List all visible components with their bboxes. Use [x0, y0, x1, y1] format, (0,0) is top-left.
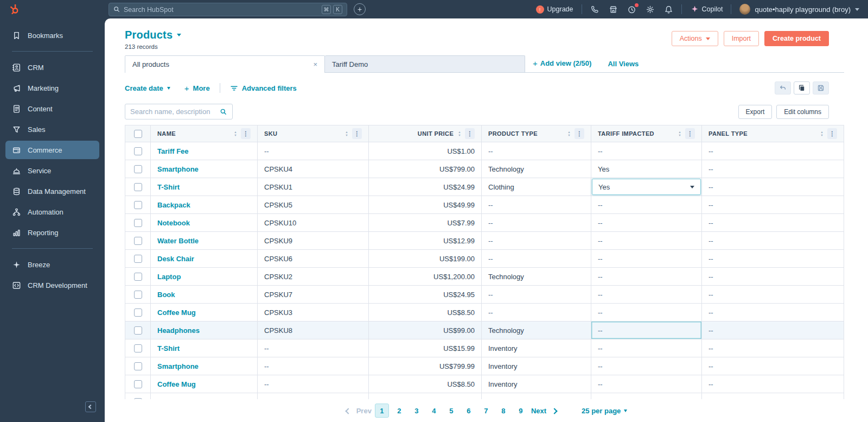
prev-button[interactable]: Prev [356, 404, 372, 418]
hubspot-logo-icon[interactable] [9, 3, 21, 15]
close-icon[interactable]: × [313, 60, 317, 68]
save-view-button[interactable] [813, 81, 829, 95]
column-header-sku[interactable]: SKU▲▼⋮ [258, 125, 369, 142]
sidebar-item-automation[interactable]: Automation [5, 203, 99, 221]
sidebar-item-reporting[interactable]: Reporting [5, 223, 99, 242]
row-checkbox[interactable] [134, 147, 142, 155]
page-3-button[interactable]: 3 [410, 404, 424, 418]
product-name-link[interactable]: Smartphone [157, 362, 199, 370]
row-checkbox[interactable] [134, 380, 142, 388]
page-7-button[interactable]: 7 [479, 404, 493, 418]
row-checkbox[interactable] [134, 362, 142, 370]
view-tab-tariff-demo[interactable]: Tariff Demo [325, 55, 525, 72]
add-view-button[interactable]: + Add view (2/50) [533, 59, 591, 68]
tariff-impacted-dropdown[interactable]: Yes [592, 179, 701, 195]
sidebar-item-commerce[interactable]: Commerce [5, 141, 99, 159]
sidebar-item-crm-development[interactable]: CRM Development [5, 276, 99, 294]
notifications-icon[interactable] [664, 5, 673, 14]
row-checkbox[interactable] [134, 201, 142, 209]
global-search-input[interactable] [124, 6, 320, 14]
title-chevron-down-icon[interactable] [177, 34, 181, 36]
row-checkbox[interactable] [134, 344, 142, 352]
help-icon[interactable] [627, 5, 636, 14]
sidebar-item-crm[interactable]: CRM [5, 58, 99, 77]
page-4-button[interactable]: 4 [427, 404, 441, 418]
product-name-link[interactable]: Book [157, 291, 175, 299]
account-menu[interactable]: quote•hapily playground (broy) [739, 4, 859, 15]
sidebar-item-breeze[interactable]: Breeze [5, 255, 99, 274]
product-name-link[interactable]: Coffee Mug [157, 380, 196, 388]
product-name-link[interactable]: Laptop [157, 273, 181, 281]
settings-icon[interactable] [646, 5, 655, 14]
advanced-filters-button[interactable]: Advanced filters [230, 84, 297, 92]
page-5-button[interactable]: 5 [444, 404, 458, 418]
marketplace-icon[interactable] [609, 5, 618, 14]
row-checkbox[interactable] [134, 219, 142, 227]
view-tab-all-products[interactable]: All products× [125, 55, 325, 73]
global-search-bar[interactable]: ⌘ K [108, 3, 347, 16]
select-all-checkbox[interactable] [134, 130, 142, 138]
table-search-input[interactable] [130, 108, 220, 116]
row-checkbox[interactable] [134, 308, 142, 317]
row-checkbox[interactable] [134, 183, 142, 191]
create-product-button[interactable]: Create product [764, 31, 829, 46]
row-checkbox[interactable] [134, 398, 142, 400]
column-header-product-type[interactable]: PRODUCT TYPE▲▼⋮ [482, 125, 591, 142]
page-1-button[interactable]: 1 [375, 404, 389, 418]
product-name-link[interactable]: Water Bottle [157, 237, 199, 245]
sidebar-item-marketing[interactable]: Marketing [5, 79, 99, 97]
column-header-unit-price[interactable]: UNIT PRICE▲▼⋮ [369, 125, 482, 142]
phone-icon[interactable] [590, 5, 599, 14]
row-checkbox[interactable] [134, 326, 142, 335]
row-checkbox[interactable] [134, 291, 142, 299]
product-name-link[interactable]: Coffee Mug [157, 308, 196, 317]
sort-icon[interactable]: ▲▼ [458, 131, 461, 137]
edit-columns-button[interactable]: Edit columns [776, 105, 829, 119]
column-menu-button[interactable]: ⋮ [241, 128, 251, 139]
product-name-link[interactable]: Desk Chair [157, 255, 194, 263]
next-chevron-icon[interactable] [552, 407, 557, 415]
product-name-link[interactable]: Backpack [157, 398, 190, 400]
sidebar-item-content[interactable]: Content [5, 99, 99, 118]
column-header-panel-type[interactable]: PANEL TYPE▲▼⋮ [702, 125, 844, 142]
create-date-filter[interactable]: Create date [125, 84, 170, 92]
row-checkbox[interactable] [134, 165, 142, 173]
product-name-link[interactable]: T-Shirt [157, 183, 180, 191]
row-checkbox[interactable] [134, 273, 142, 281]
page-9-button[interactable]: 9 [514, 404, 528, 418]
more-filters-button[interactable]: + More [184, 84, 210, 93]
row-checkbox[interactable] [134, 237, 142, 245]
row-checkbox[interactable] [134, 255, 142, 263]
sidebar-collapse-button[interactable] [85, 401, 96, 412]
export-button[interactable]: Export [738, 105, 773, 119]
column-menu-button[interactable]: ⋮ [575, 128, 584, 139]
actions-button[interactable]: Actions [672, 31, 718, 46]
prev-chevron-icon[interactable] [346, 407, 350, 415]
copy-button[interactable] [794, 81, 810, 95]
sidebar-item-service[interactable]: Service [5, 161, 99, 180]
column-menu-button[interactable]: ⋮ [465, 128, 475, 139]
page-8-button[interactable]: 8 [496, 404, 510, 418]
undo-button[interactable] [775, 81, 791, 95]
sort-icon[interactable]: ▲▼ [678, 131, 681, 137]
sort-icon[interactable]: ▲▼ [567, 131, 571, 137]
sidebar-item-data-management[interactable]: Data Management [5, 182, 99, 200]
quick-create-button[interactable]: + [354, 3, 366, 15]
sort-icon[interactable]: ▲▼ [820, 131, 824, 137]
product-name-link[interactable]: Tariff Fee [157, 147, 189, 155]
table-search-box[interactable] [125, 104, 233, 119]
product-name-link[interactable]: T-Shirt [157, 344, 180, 352]
all-views-link[interactable]: All Views [608, 60, 639, 68]
column-header-name[interactable]: NAME▲▼⋮ [151, 125, 258, 142]
page-2-button[interactable]: 2 [392, 404, 406, 418]
column-menu-button[interactable]: ⋮ [352, 128, 362, 139]
page-6-button[interactable]: 6 [462, 404, 476, 418]
product-name-link[interactable]: Headphones [157, 326, 200, 335]
column-menu-button[interactable]: ⋮ [827, 128, 837, 139]
sort-icon[interactable]: ▲▼ [345, 131, 348, 137]
product-name-link[interactable]: Backpack [157, 201, 190, 209]
next-button[interactable]: Next [531, 404, 546, 418]
product-name-link[interactable]: Notebook [157, 219, 190, 227]
sidebar-item-bookmarks[interactable]: Bookmarks [5, 26, 99, 45]
per-page-selector[interactable]: 25 per page [582, 407, 627, 415]
